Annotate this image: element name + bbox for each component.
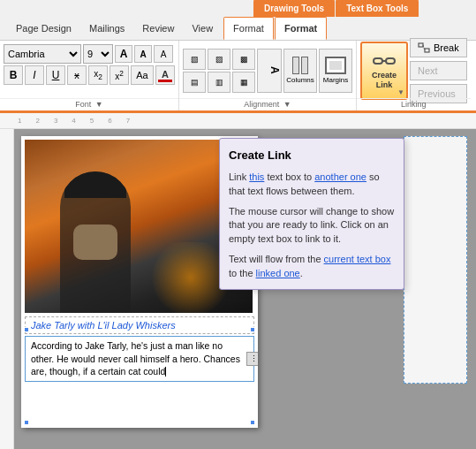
text-direction-button[interactable]: A — [257, 49, 282, 93]
text-cursor — [165, 367, 166, 377]
break-icon — [418, 42, 430, 53]
next-button[interactable]: Next — [410, 61, 467, 80]
align-mid-center-button[interactable]: ▥ — [208, 72, 230, 93]
chain-link-icon — [372, 51, 397, 71]
change-case-button[interactable]: Aa — [131, 65, 154, 85]
italic-button[interactable]: I — [25, 65, 44, 85]
align-mid-left-button[interactable]: ▤ — [183, 72, 206, 93]
tooltip-para3: Text will flow from the current text box… — [229, 253, 395, 280]
handle-tl[interactable] — [24, 327, 29, 332]
subscript-button[interactable]: x2 — [88, 65, 108, 85]
superscript-button[interactable]: x2 — [110, 65, 129, 85]
svg-rect-1 — [386, 58, 395, 64]
font-group-label: Font ▼ — [0, 98, 178, 109]
horizontal-ruler: 1234567 — [0, 113, 476, 129]
shrink-font-button[interactable]: A — [134, 45, 152, 63]
font-group: Cambria 9 A A A B I U x x2 x2 Aa A Font … — [0, 41, 179, 110]
drawing-tools-tab-group: Drawing Tools — [253, 0, 335, 17]
align-mid-right-button[interactable]: ▦ — [232, 72, 255, 93]
svg-rect-3 — [419, 43, 423, 47]
break-button[interactable]: Break — [410, 38, 467, 57]
resize-handle[interactable]: ⋮ — [246, 352, 258, 366]
linking-group-label: Linking — [357, 98, 471, 109]
alignment-group-label: Alignment ▼ — [179, 98, 356, 109]
handle-br[interactable] — [250, 420, 255, 425]
linking-group: Create Link ▼ Break Next Previous Linkin… — [357, 41, 471, 110]
tooltip-title: Create Link — [229, 148, 395, 164]
grow-font-button[interactable]: A — [115, 45, 132, 63]
tab-format-textbox[interactable]: Format — [275, 17, 327, 40]
handle-bl[interactable] — [24, 420, 29, 425]
document-area: Jake Tarly with L'il Lady Whiskers Accor… — [14, 129, 476, 449]
align-top-left-button[interactable]: ▧ — [183, 49, 206, 70]
create-link-button[interactable]: Create Link ▼ — [360, 42, 408, 100]
font-color-button[interactable]: A — [155, 65, 175, 85]
tab-view[interactable]: View — [183, 17, 222, 40]
textbox-tools-tab-group: Text Box Tools — [336, 0, 419, 17]
tab-format-drawing[interactable]: Format — [223, 17, 274, 40]
create-link-tooltip: Create Link Link this text box to anothe… — [219, 138, 404, 290]
image-caption: Jake Tarly with L'il Lady Whiskers — [25, 316, 254, 334]
font-family-select[interactable]: Cambria — [4, 44, 81, 64]
create-link-arrow: ▼ — [397, 88, 404, 96]
tooltip-para1: Link this text box to another one so tha… — [229, 171, 395, 198]
tab-page-design[interactable]: Page Design — [7, 17, 80, 40]
strikethrough-button[interactable]: x — [67, 65, 87, 85]
handle-tr[interactable] — [250, 327, 255, 332]
tab-review[interactable]: Review — [133, 17, 183, 40]
underline-button[interactable]: U — [46, 65, 65, 85]
article-text-box[interactable]: According to Jake Tarly, he's just a man… — [25, 336, 254, 382]
linked-text-box[interactable] — [404, 136, 467, 384]
align-top-center-button[interactable]: ▨ — [208, 49, 230, 70]
clear-format-button[interactable]: A — [154, 45, 173, 63]
tab-mailings[interactable]: Mailings — [80, 17, 133, 40]
margins-button[interactable]: Margins — [319, 49, 352, 93]
create-link-label: Create Link — [372, 71, 397, 90]
svg-rect-0 — [374, 58, 382, 64]
vertical-ruler — [0, 129, 14, 449]
font-size-select[interactable]: 9 — [83, 44, 113, 64]
bold-button[interactable]: B — [4, 65, 23, 85]
svg-rect-4 — [425, 49, 429, 52]
columns-button[interactable]: Columns — [283, 49, 317, 93]
align-top-right-button[interactable]: ▩ — [232, 49, 255, 70]
alignment-group: ▧ ▨ ▩ ▤ ▥ ▦ A Columns — [179, 41, 357, 110]
tooltip-para2: The mouse cursor will change to show tha… — [229, 205, 395, 246]
